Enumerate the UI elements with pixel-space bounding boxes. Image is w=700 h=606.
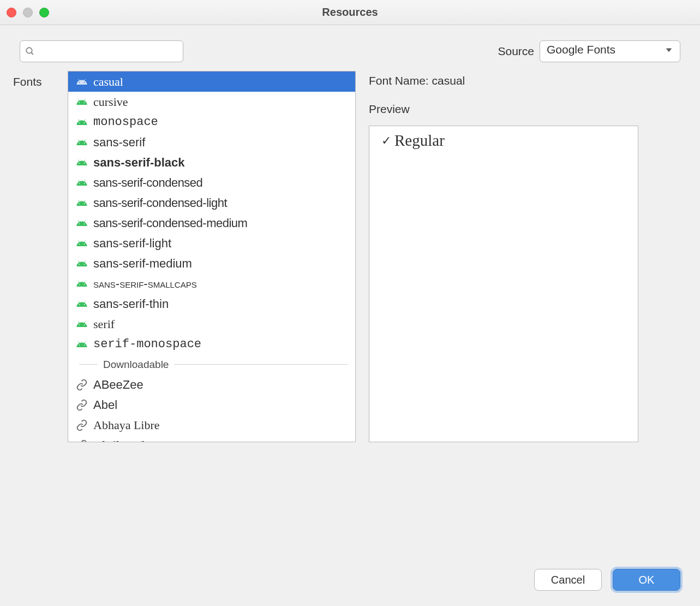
- font-item-label: sans-serif-black: [93, 156, 185, 170]
- divider-downloadable: Downloadable: [68, 354, 355, 375]
- android-icon: [76, 116, 88, 128]
- android-icon: [76, 258, 88, 270]
- font-item[interactable]: serif: [68, 314, 355, 334]
- font-item-label: ABeeZee: [93, 378, 143, 392]
- close-icon[interactable]: [7, 8, 16, 17]
- font-item[interactable]: sans-serif-black: [68, 152, 355, 173]
- font-item[interactable]: sans-serif-medium: [68, 253, 355, 274]
- window-controls: [7, 8, 49, 17]
- font-name-label: Font Name:: [369, 74, 432, 87]
- font-item[interactable]: casual: [68, 72, 355, 92]
- font-item[interactable]: sans-serif-condensed-medium: [68, 213, 355, 233]
- font-item-label: Abril Fatface: [93, 438, 160, 443]
- link-icon: [76, 399, 88, 411]
- titlebar: Resources: [0, 0, 700, 25]
- font-item-label: casual: [93, 75, 123, 89]
- font-item[interactable]: sans-serif-condensed-light: [68, 193, 355, 213]
- link-icon: [76, 439, 88, 443]
- font-item[interactable]: Abel: [68, 395, 355, 415]
- android-icon: [76, 338, 88, 350]
- font-item[interactable]: sans-serif-thin: [68, 294, 355, 314]
- font-item-label: serif-monospace: [93, 337, 201, 351]
- link-icon: [76, 379, 88, 391]
- font-item[interactable]: sans-serif: [68, 132, 355, 152]
- android-icon: [76, 217, 88, 229]
- font-item[interactable]: Abril Fatface: [68, 435, 355, 442]
- font-item-label: sans-serif-condensed-light: [93, 196, 227, 210]
- link-icon: [76, 419, 88, 431]
- svg-point-0: [26, 47, 32, 54]
- font-name-row: Font Name: casual: [369, 74, 689, 87]
- content: Fonts casualcursivemonospacesans-serifsa…: [0, 67, 700, 442]
- font-item[interactable]: serif-monospace: [68, 334, 355, 354]
- font-item-label: sans-serif-thin: [93, 297, 169, 311]
- android-icon: [76, 136, 88, 148]
- android-icon: [76, 96, 88, 108]
- font-item-label: sans-serif-light: [93, 236, 171, 251]
- preview-style-label: Regular: [394, 132, 445, 150]
- android-icon: [76, 157, 88, 169]
- checkmark-icon: ✓: [381, 134, 391, 148]
- android-icon: [76, 318, 88, 330]
- font-item-label: sans-serif: [93, 135, 145, 150]
- cancel-button[interactable]: Cancel: [534, 569, 602, 591]
- source-select[interactable]: Google Fonts: [540, 40, 680, 62]
- font-item-label: Abel: [93, 398, 117, 412]
- font-item-label: sans-serif-condensed-medium: [93, 216, 247, 230]
- search-field-wrap: [20, 40, 183, 62]
- font-item-label: sans-serif-medium: [93, 257, 192, 271]
- font-item[interactable]: cursive: [68, 92, 355, 112]
- font-item-label: sans-serif-smallcaps: [93, 277, 197, 291]
- preview-box: ✓ Regular: [369, 126, 638, 442]
- detail-pane: Font Name: casual Preview ✓ Regular: [369, 67, 689, 442]
- font-item[interactable]: sans-serif-light: [68, 233, 355, 253]
- android-icon: [76, 76, 88, 88]
- maximize-icon[interactable]: [39, 8, 49, 17]
- font-item-label: cursive: [93, 95, 128, 109]
- search-icon: [25, 46, 35, 56]
- source-select-wrap: Google Fonts: [540, 40, 680, 62]
- font-item[interactable]: monospace: [68, 112, 355, 132]
- search-input[interactable]: [20, 40, 183, 62]
- font-item[interactable]: Abhaya Libre: [68, 415, 355, 435]
- button-bar: Cancel OK: [534, 569, 680, 591]
- toolbar: Source Google Fonts: [0, 25, 700, 67]
- android-icon: [76, 197, 88, 209]
- fonts-label: Fonts: [11, 67, 55, 442]
- android-icon: [76, 298, 88, 310]
- font-item-label: serif: [93, 317, 115, 331]
- font-item[interactable]: sans-serif-smallcaps: [68, 274, 355, 294]
- font-item[interactable]: ABeeZee: [68, 375, 355, 395]
- android-icon: [76, 278, 88, 290]
- font-name-value: casual: [432, 74, 465, 87]
- divider-label: Downloadable: [103, 359, 169, 371]
- svg-line-1: [31, 52, 33, 55]
- preview-label: Preview: [369, 103, 689, 116]
- minimize-icon[interactable]: [23, 8, 33, 17]
- font-item[interactable]: sans-serif-condensed: [68, 173, 355, 193]
- font-list[interactable]: casualcursivemonospacesans-serifsans-ser…: [68, 71, 356, 442]
- preview-style-item[interactable]: ✓ Regular: [381, 132, 626, 150]
- font-item-label: sans-serif-condensed: [93, 176, 202, 190]
- android-icon: [76, 237, 88, 249]
- android-icon: [76, 177, 88, 189]
- font-item-label: monospace: [93, 115, 158, 129]
- window-title: Resources: [0, 6, 700, 19]
- source-label: Source: [498, 45, 534, 58]
- font-item-label: Abhaya Libre: [93, 418, 160, 432]
- ok-button[interactable]: OK: [613, 569, 680, 591]
